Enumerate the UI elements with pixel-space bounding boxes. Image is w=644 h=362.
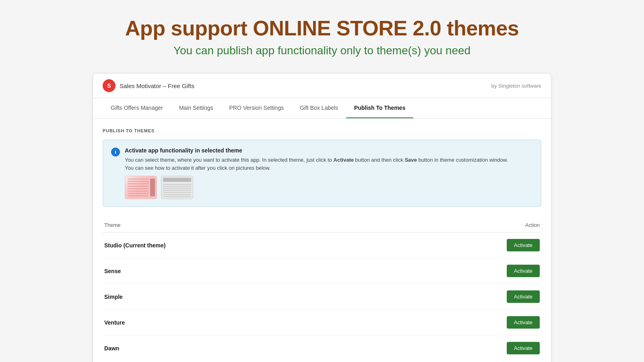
table-row: Venture Activate bbox=[103, 310, 541, 335]
activate-button-1[interactable]: Activate bbox=[507, 265, 540, 277]
table-row: Dawn Activate bbox=[103, 335, 541, 361]
app-content: PUBLISH TO THEMES i Activate app functio… bbox=[93, 119, 551, 362]
table-header-row: Theme Action bbox=[103, 218, 541, 232]
app-frame: S Sales Motivator – Free Gifts by Single… bbox=[93, 73, 551, 362]
thumbnail-row bbox=[125, 176, 533, 199]
thumbnail-1[interactable] bbox=[125, 176, 157, 199]
tab-publish-to-themes[interactable]: Publish To Themes bbox=[346, 98, 413, 118]
theme-name: Dawn bbox=[104, 345, 119, 352]
save-bold: Save bbox=[405, 157, 417, 163]
app-name: Sales Motivator – Free Gifts bbox=[120, 82, 194, 89]
col-action-header: Action bbox=[384, 218, 541, 232]
info-banner-title: Activate app functionality in selected t… bbox=[125, 147, 533, 154]
activate-button-4[interactable]: Activate bbox=[507, 342, 540, 354]
table-row: Simple Activate bbox=[103, 284, 541, 310]
theme-name: Sense bbox=[104, 268, 121, 274]
table-row: Studio (Current theme) Activate bbox=[103, 232, 541, 258]
info-icon: i bbox=[111, 148, 120, 156]
themes-table: Theme Action Studio (Current theme) Acti… bbox=[103, 218, 541, 361]
action-cell: Activate bbox=[384, 335, 541, 361]
app-header: S Sales Motivator – Free Gifts by Single… bbox=[93, 74, 551, 98]
info-banner-text: You can select theme, where you want to … bbox=[125, 156, 533, 172]
theme-name-cell: Studio (Current theme) bbox=[103, 232, 384, 258]
thumbnail-2[interactable] bbox=[161, 176, 193, 199]
tab-main-settings[interactable]: Main Settings bbox=[171, 98, 221, 118]
theme-name: Venture bbox=[104, 319, 125, 326]
action-cell: Activate bbox=[384, 258, 541, 284]
hero-subtitle: You can publish app functionality only t… bbox=[125, 44, 519, 57]
theme-name: Simple bbox=[104, 294, 123, 300]
info-text-line2: You can see how to activate it after you… bbox=[125, 165, 270, 171]
hero-title: App support ONLINE STORE 2.0 themes bbox=[125, 16, 519, 40]
tab-gifts-offers[interactable]: Gifts Offers Manager bbox=[103, 98, 171, 118]
nav-tabs: Gifts Offers Manager Main Settings PRO V… bbox=[93, 98, 551, 119]
info-text-part2: button and then click bbox=[354, 157, 405, 163]
app-logo: S Sales Motivator – Free Gifts bbox=[103, 79, 194, 92]
action-cell: Activate bbox=[384, 232, 541, 258]
theme-name-cell: Venture bbox=[103, 310, 384, 335]
info-text-part1: You can select theme, where you want to … bbox=[125, 157, 333, 163]
tab-pro-version[interactable]: PRO Version Settings bbox=[221, 98, 292, 118]
col-theme-header: Theme bbox=[103, 218, 384, 232]
app-by-label: by Singleton software bbox=[491, 83, 541, 89]
section-label: PUBLISH TO THEMES bbox=[103, 128, 541, 133]
theme-name-cell: Dawn bbox=[103, 335, 384, 361]
action-cell: Activate bbox=[384, 284, 541, 310]
theme-name: Studio (Current theme) bbox=[104, 242, 165, 249]
app-logo-icon: S bbox=[103, 79, 116, 92]
activate-button-3[interactable]: Activate bbox=[507, 316, 540, 329]
info-text-part3: button in theme customization window. bbox=[417, 157, 508, 163]
activate-button-0[interactable]: Activate bbox=[507, 239, 540, 251]
action-cell: Activate bbox=[384, 310, 541, 335]
info-content: Activate app functionality in selected t… bbox=[125, 147, 533, 199]
tab-gift-box-labels[interactable]: Gift Box Labels bbox=[292, 98, 346, 118]
activate-bold: Activate bbox=[333, 157, 354, 163]
theme-name-cell: Sense bbox=[103, 258, 384, 284]
info-banner: i Activate app functionality in selected… bbox=[103, 140, 541, 207]
theme-name-cell: Simple bbox=[103, 284, 384, 310]
table-row: Sense Activate bbox=[103, 258, 541, 284]
activate-button-2[interactable]: Activate bbox=[507, 290, 540, 303]
hero-section: App support ONLINE STORE 2.0 themes You … bbox=[125, 16, 519, 57]
